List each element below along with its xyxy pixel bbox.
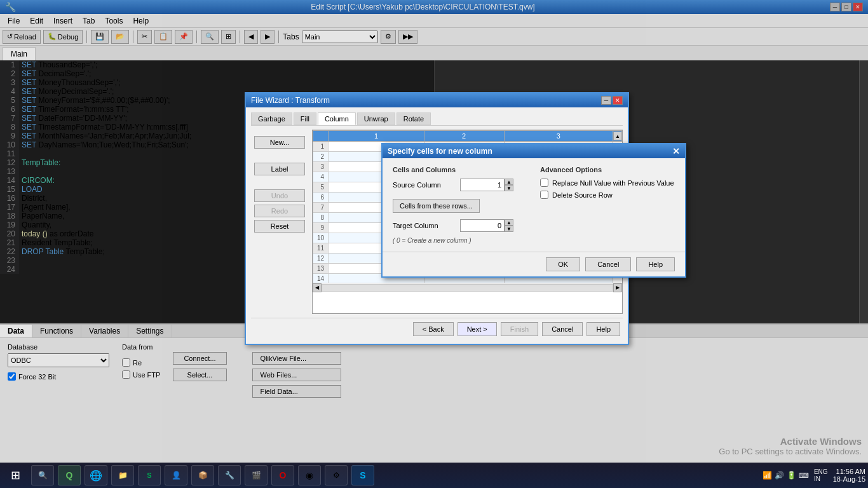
wifi-icon: 📶 xyxy=(763,471,772,480)
source-column-input[interactable] xyxy=(460,179,505,191)
taskbar-app-1[interactable]: 🔍 xyxy=(31,465,54,485)
taskbar-app-5[interactable]: 👤 xyxy=(165,465,187,485)
file-wizard-minimize[interactable]: ─ xyxy=(601,96,611,105)
scroll-left-button[interactable]: ◀ xyxy=(313,283,322,292)
specify-cells-title: Specify cells for new column xyxy=(388,147,492,156)
taskbar-app-sage[interactable]: S xyxy=(138,465,161,485)
specify-cells-dialog: Specify cells for new column ✕ Cells and… xyxy=(381,143,686,278)
source-column-down[interactable]: ▼ xyxy=(505,185,513,191)
scroll-up-button[interactable]: ▲ xyxy=(613,132,622,140)
taskbar-app-6[interactable]: 📦 xyxy=(191,465,214,485)
volume-icon: 🔊 xyxy=(775,471,784,480)
taskbar-app-7[interactable]: 🔧 xyxy=(218,465,241,485)
target-column-down[interactable]: ▼ xyxy=(505,226,513,232)
taskbar-clock: 11:56 AM 18-Aug-15 xyxy=(833,468,865,483)
cells-columns-label: Cells and Columns xyxy=(393,166,527,173)
taskbar-app-setup[interactable]: ⚙ xyxy=(325,465,348,485)
replace-null-row: Replace Null Value with Previous Value xyxy=(540,179,675,187)
keyboard-icon: ⌨ xyxy=(799,471,809,480)
specify-cells-title-bar: Specify cells for new column ✕ xyxy=(383,144,685,158)
taskbar-right: 📶 🔊 🔋 ⌨ ENG IN 11:56 AM 18-Aug-15 xyxy=(763,468,865,483)
advanced-options-label: Advanced Options xyxy=(540,166,675,173)
wizard-left-panel: New... Label Undo Redo Reset xyxy=(251,130,308,314)
taskbar-app-qr[interactable]: ◉ xyxy=(298,465,321,485)
lang-indicator: ENG IN xyxy=(814,468,828,482)
specify-two-col: Cells and Columns Source Column ▲ ▼ Cell… xyxy=(393,166,675,244)
wizard-tab-garbage[interactable]: Garbage xyxy=(251,112,292,125)
target-column-spin: ▲ ▼ xyxy=(505,219,513,232)
taskbar-app-skype[interactable]: S xyxy=(351,465,374,485)
battery-icon: 🔋 xyxy=(787,471,796,480)
reset-button[interactable]: Reset xyxy=(254,220,305,233)
wizard-cancel-button[interactable]: Cancel xyxy=(542,322,583,336)
wizard-finish-button[interactable]: Finish xyxy=(501,322,538,336)
wizard-help-button[interactable]: Help xyxy=(587,322,620,336)
taskbar-app-qlikview[interactable]: Q xyxy=(58,465,81,485)
header-col3: 3 xyxy=(504,131,613,142)
taskbar-app-chrome[interactable]: 🌐 xyxy=(85,465,107,485)
header-rownum xyxy=(313,131,329,142)
advanced-options-section: Advanced Options Replace Null Value with… xyxy=(540,166,675,244)
source-column-up[interactable]: ▲ xyxy=(505,179,513,185)
cells-columns-section: Cells and Columns Source Column ▲ ▼ Cell… xyxy=(393,166,527,244)
target-column-up[interactable]: ▲ xyxy=(505,219,513,226)
target-column-input-group: ▲ ▼ xyxy=(460,219,513,232)
specify-cells-close[interactable]: ✕ xyxy=(672,146,680,156)
label-button[interactable]: Label xyxy=(254,163,305,175)
start-button[interactable]: ⊞ xyxy=(3,464,28,487)
specify-ok-button[interactable]: OK xyxy=(546,257,580,271)
file-wizard-title-bar: File Wizard : Transform ─ ✕ xyxy=(246,93,628,107)
target-column-input[interactable] xyxy=(460,219,505,232)
delete-source-checkbox[interactable] xyxy=(540,191,548,199)
target-column-label: Target Column xyxy=(393,222,456,229)
header-col1: 1 xyxy=(329,131,424,142)
taskbar-app-opera[interactable]: O xyxy=(271,465,294,485)
source-column-row: Source Column ▲ ▼ xyxy=(393,179,527,191)
taskbar-app-folder[interactable]: 📁 xyxy=(111,465,134,485)
cells-from-rows-button[interactable]: Cells from these rows... xyxy=(393,199,480,213)
file-wizard-title: File Wizard : Transform xyxy=(251,96,330,105)
new-button[interactable]: New... xyxy=(254,136,305,149)
source-column-spin: ▲ ▼ xyxy=(505,179,513,191)
specify-cells-body: Cells and Columns Source Column ▲ ▼ Cell… xyxy=(383,158,685,252)
scroll-right-button[interactable]: ▶ xyxy=(613,283,622,292)
delete-source-row: Delete Source Row xyxy=(540,191,675,199)
specify-cancel-button[interactable]: Cancel xyxy=(585,257,631,271)
replace-null-checkbox[interactable] xyxy=(540,179,548,187)
wizard-tab-column[interactable]: Column xyxy=(318,112,356,125)
source-column-input-group: ▲ ▼ xyxy=(460,179,513,191)
replace-null-label: Replace Null Value with Previous Value xyxy=(552,179,674,187)
wizard-next-button[interactable]: Next > xyxy=(458,322,497,336)
wizard-back-button[interactable]: < Back xyxy=(413,322,454,336)
target-column-note: ( 0 = Create a new column ) xyxy=(393,237,527,244)
undo-button[interactable]: Undo xyxy=(254,189,305,202)
wizard-footer-right: < Back Next > Finish Cancel Help xyxy=(413,322,620,336)
target-column-row: Target Column ▲ ▼ xyxy=(393,219,527,232)
taskbar: ⊞ 🔍 Q 🌐 📁 S 👤 📦 🔧 🎬 O ◉ ⚙ S 📶 🔊 🔋 ⌨ ENG … xyxy=(0,463,868,488)
wizard-tabs: Garbage Fill Column Unwrap Rotate xyxy=(251,112,623,126)
taskbar-system-icons: 📶 🔊 🔋 ⌨ xyxy=(763,471,809,480)
wizard-tab-unwrap[interactable]: Unwrap xyxy=(357,112,395,125)
wizard-tab-rotate[interactable]: Rotate xyxy=(397,112,431,125)
wizard-tab-fill[interactable]: Fill xyxy=(294,112,316,125)
specify-cells-footer: OK Cancel Help xyxy=(383,252,685,276)
wizard-footer: < Back Next > Finish Cancel Help xyxy=(251,318,623,339)
taskbar-app-8[interactable]: 🎬 xyxy=(245,465,268,485)
header-col2: 2 xyxy=(424,131,504,142)
file-wizard-close[interactable]: ✕ xyxy=(613,96,623,105)
redo-button[interactable]: Redo xyxy=(254,205,305,217)
specify-help-button[interactable]: Help xyxy=(636,257,675,271)
delete-source-label: Delete Source Row xyxy=(552,191,613,199)
source-column-label: Source Column xyxy=(393,181,456,189)
